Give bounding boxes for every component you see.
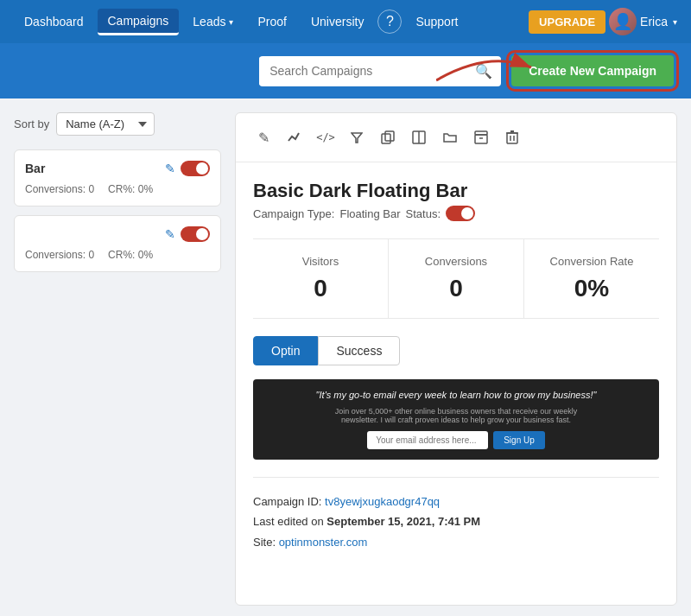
nav-university[interactable]: University [301,10,374,34]
status-toggle[interactable] [446,206,475,221]
campaign-toolbar: ✎ </> [236,113,676,162]
visitors-value: 0 [262,275,379,302]
toolbar-code-icon[interactable]: </> [312,124,339,151]
preview-email-input[interactable] [367,431,488,449]
campaign-card-header: ✎ [25,226,210,242]
site-row: Site: optinmonster.com [253,532,659,552]
toolbar-duplicate-icon[interactable] [374,124,402,151]
campaign-type-label: Campaign Type: [253,207,334,220]
conversion-rate-value: 0% [533,275,650,302]
campaign-id-row: Campaign ID: tv8yewjxugkaodgr47qq [253,492,659,511]
left-panel: Sort by Name (A-Z) Name (Z-A) Last Modif… [14,112,221,606]
conversions-stat: Conversions 0 [389,239,524,318]
campaign-meta: Campaign Type: Floating Bar Status: [253,206,659,221]
nav-upgrade-button[interactable]: UPGRADE [529,10,605,34]
navbar: Dashboard Campaigns Leads ▾ Proof Univer… [0,0,691,43]
toolbar-filter-icon[interactable] [343,124,371,151]
nav-dashboard[interactable]: Dashboard [14,10,94,34]
red-arrow-decoration [436,50,540,85]
campaign-detail: Basic Dark Floating Bar Campaign Type: F… [236,162,676,569]
toolbar-edit-icon[interactable]: ✎ [250,124,277,151]
toolbar-split-icon[interactable] [405,124,433,151]
svg-rect-9 [507,133,517,143]
campaign-card: Bar ✎ Conversions: 0 CR%: 0% [14,149,221,206]
toolbar-analytics-icon[interactable] [281,124,308,151]
conversion-rate-stat: Conversion Rate 0% [524,239,659,318]
search-bar-area: 🔍 Create New Campaign [0,43,691,98]
cr-label: CR%: 0% [108,249,153,261]
last-edited-row: Last edited on September 15, 2021, 7:41 … [253,511,659,531]
site-label: Site: [253,536,276,549]
status-label: Status: [406,207,441,220]
main-content: Sort by Name (A-Z) Name (Z-A) Last Modif… [0,98,691,616]
last-edited-label: Last edited on [253,515,324,528]
toolbar-delete-icon[interactable] [498,124,526,151]
campaign-toggle[interactable] [181,226,210,242]
avatar: 👤 [609,8,637,35]
last-edited-value: September 15, 2021, 7:41 PM [326,515,480,528]
visitors-label: Visitors [262,255,379,268]
campaign-id-label: Campaign ID: [253,495,321,508]
card-actions: ✎ [165,161,210,176]
svg-rect-3 [385,131,394,141]
svg-marker-1 [352,133,362,143]
sort-row: Sort by Name (A-Z) Name (Z-A) Last Modif… [14,112,221,136]
tab-success[interactable]: Success [318,336,400,365]
campaign-name: Bar [25,162,45,175]
right-panel: ✎ </> Basic Dark [235,112,677,606]
preview-quote: "It's my go-to email every week to learn… [316,390,597,400]
chevron-down-icon: ▾ [229,17,233,27]
chevron-down-icon: ▾ [673,17,677,27]
campaign-info: Campaign ID: tv8yewjxugkaodgr47qq Last e… [253,492,659,552]
preview-signup-button[interactable]: Sign Up [493,431,545,449]
preview-form: Sign Up [367,431,545,449]
svg-rect-2 [382,134,390,143]
conversions-label: Conversions: 0 [25,183,94,195]
campaign-card: ✎ Conversions: 0 CR%: 0% [14,215,221,272]
campaign-card-header: Bar ✎ [25,161,210,176]
sort-select[interactable]: Name (A-Z) Name (Z-A) Last Modified Date… [56,112,155,136]
cr-label: CR%: 0% [108,183,153,195]
stats-row: Visitors 0 Conversions 0 Conversion Rate… [253,238,659,319]
nav-leads[interactable]: Leads ▾ [182,10,244,34]
campaign-preview: "It's my go-to email every week to learn… [253,379,659,460]
svg-rect-7 [475,135,487,143]
conversions-label: Conversions: 0 [25,249,94,261]
nav-support[interactable]: Support [405,10,468,34]
campaign-type-value: Floating Bar [339,207,400,220]
preview-subtext: Join over 5,000+ other online business o… [326,407,586,424]
visitors-stat: Visitors 0 [253,239,389,318]
conversion-rate-label: Conversion Rate [533,255,650,268]
tab-optin[interactable]: Optin [253,336,318,365]
card-actions: ✎ [165,226,210,242]
toolbar-folder-icon[interactable] [436,124,464,151]
nav-user-menu[interactable]: Erica ▾ [640,15,677,29]
toolbar-archive-icon[interactable] [467,124,495,151]
campaign-toggle[interactable] [181,161,210,176]
nav-campaigns[interactable]: Campaigns [98,9,180,35]
campaign-id-value[interactable]: tv8yewjxugkaodgr47qq [325,495,440,508]
campaign-edit-icon[interactable]: ✎ [165,162,175,175]
nav-proof[interactable]: Proof [247,10,296,34]
campaign-stats: Conversions: 0 CR%: 0% [25,249,210,261]
campaign-stats: Conversions: 0 CR%: 0% [25,183,210,195]
campaign-title: Basic Dark Floating Bar [253,180,659,202]
nav-help-icon[interactable]: ? [377,10,402,34]
conversions-value: 0 [397,275,515,302]
campaign-edit-icon[interactable]: ✎ [165,227,175,241]
conversions-label: Conversions [397,255,515,268]
tab-row: Optin Success [253,336,659,365]
divider [253,477,659,478]
site-url[interactable]: optinmonster.com [279,536,368,549]
sort-label: Sort by [14,117,49,130]
